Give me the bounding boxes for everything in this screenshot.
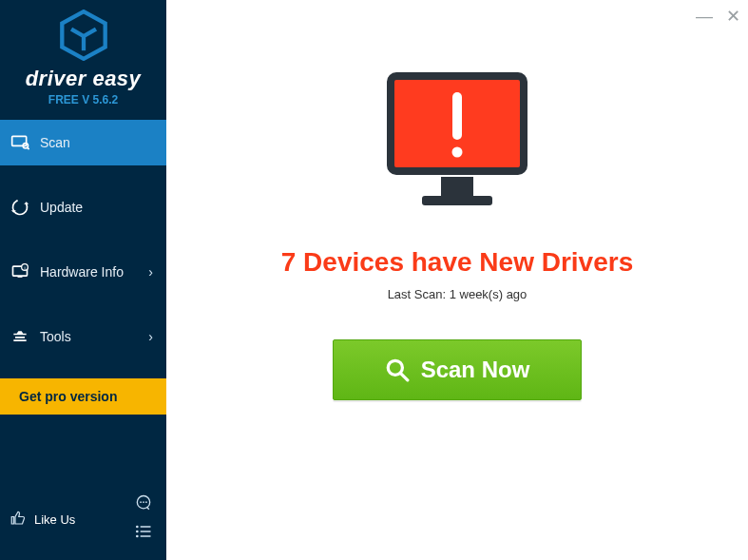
- svg-marker-6: [24, 202, 29, 204]
- svg-rect-24: [422, 196, 492, 205]
- svg-rect-23: [441, 177, 473, 196]
- sidebar-item-label: Hardware Info: [40, 264, 124, 280]
- sidebar-item-scan[interactable]: Scan: [0, 120, 166, 165]
- update-icon: [10, 198, 30, 217]
- scan-icon: [10, 133, 30, 152]
- sidebar-item-label: Tools: [40, 329, 71, 344]
- like-us-button[interactable]: Like Us: [10, 510, 75, 530]
- window-controls: — ✕: [696, 8, 740, 25]
- minimize-icon[interactable]: —: [696, 8, 713, 25]
- svg-line-4: [28, 147, 29, 149]
- chevron-right-icon: ›: [148, 329, 153, 344]
- close-icon[interactable]: ✕: [726, 8, 740, 25]
- logo-icon: [58, 10, 109, 61]
- app-window: — ✕ driver easy FREE V 5.6.2 Scan: [0, 0, 748, 560]
- hardware-info-icon: i: [10, 262, 30, 281]
- get-pro-label: Get pro version: [19, 389, 117, 404]
- sidebar-item-label: Update: [40, 200, 83, 215]
- sidebar: driver easy FREE V 5.6.2 Scan Update i: [0, 0, 166, 560]
- svg-point-5: [10, 198, 29, 217]
- get-pro-button[interactable]: Get pro version: [0, 378, 166, 415]
- sidebar-footer: Like Us: [0, 493, 166, 560]
- scan-now-button[interactable]: Scan Now: [333, 339, 582, 400]
- chevron-right-icon: ›: [148, 264, 153, 280]
- footer-icons: [134, 493, 153, 545]
- menu-icon[interactable]: [134, 522, 153, 545]
- scan-headline: 7 Devices have New Drivers: [281, 247, 633, 278]
- svg-rect-9: [18, 276, 23, 278]
- main-pane: 7 Devices have New Drivers Last Scan: 1 …: [166, 0, 748, 560]
- brand-name: driver easy: [0, 67, 166, 91]
- svg-point-16: [136, 526, 139, 529]
- svg-line-28: [400, 374, 407, 380]
- svg-point-15: [145, 501, 147, 503]
- sidebar-item-update[interactable]: Update: [0, 184, 166, 230]
- thumbs-up-icon: [10, 510, 27, 530]
- svg-text:i: i: [24, 265, 25, 271]
- sidebar-item-tools[interactable]: Tools ›: [0, 314, 166, 359]
- sidebar-item-hardware-info[interactable]: i Hardware Info ›: [0, 249, 166, 295]
- brand-block: driver easy FREE V 5.6.2: [0, 0, 166, 120]
- scan-now-label: Scan Now: [421, 357, 530, 383]
- last-scan-text: Last Scan: 1 week(s) ago: [388, 287, 527, 301]
- tools-icon: [10, 327, 30, 346]
- feedback-icon[interactable]: [134, 493, 153, 516]
- brand-version: FREE V 5.6.2: [0, 93, 166, 106]
- sidebar-nav: Scan Update i Hardware Info › Tools: [0, 120, 166, 359]
- sidebar-item-label: Scan: [40, 135, 70, 150]
- like-us-label: Like Us: [34, 512, 75, 527]
- alert-monitor-graphic: [376, 67, 538, 222]
- svg-point-14: [143, 501, 144, 503]
- svg-point-18: [136, 531, 139, 533]
- svg-point-26: [452, 147, 463, 158]
- magnifier-icon: [385, 357, 410, 382]
- svg-point-13: [140, 501, 142, 503]
- svg-point-20: [136, 535, 139, 538]
